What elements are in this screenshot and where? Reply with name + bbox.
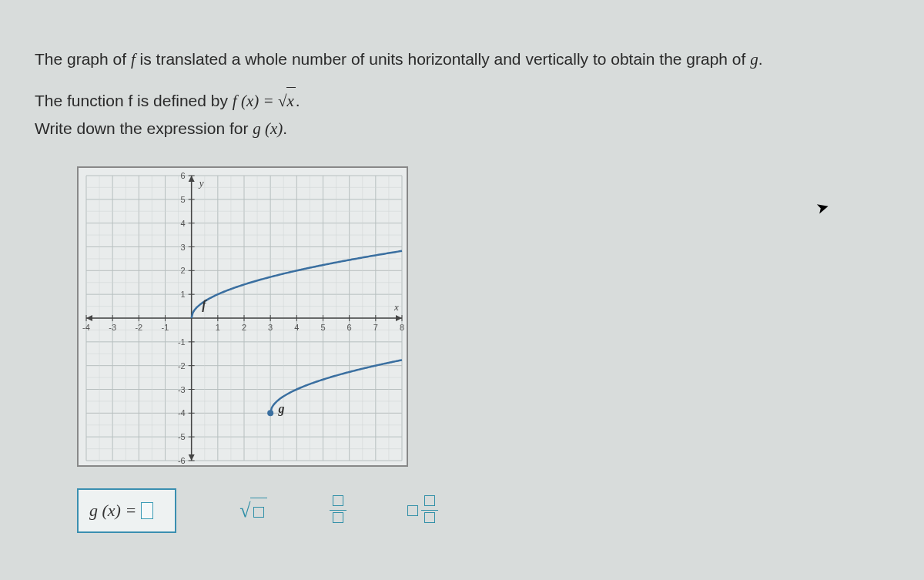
graph-plot: -4-3-2-112345678-6-5-4-3-2-1123456xyfg bbox=[77, 166, 408, 467]
problem-line-2: The function f is defined by f (x) = √x. bbox=[35, 87, 889, 116]
svg-text:6: 6 bbox=[347, 323, 352, 332]
svg-text:-2: -2 bbox=[135, 323, 142, 332]
svg-point-106 bbox=[267, 410, 273, 416]
svg-text:3: 3 bbox=[181, 242, 186, 251]
svg-text:1: 1 bbox=[216, 323, 220, 332]
svg-marker-55 bbox=[189, 454, 195, 461]
text: The graph of bbox=[35, 50, 131, 68]
svg-text:2: 2 bbox=[242, 323, 246, 332]
svg-text:4: 4 bbox=[294, 323, 299, 332]
answer-placeholder[interactable] bbox=[141, 502, 153, 519]
text: . bbox=[758, 50, 763, 68]
answer-row: g (x) = √ bbox=[35, 488, 889, 533]
graph-svg: -4-3-2-112345678-6-5-4-3-2-1123456xyfg bbox=[79, 168, 408, 467]
svg-text:-3: -3 bbox=[178, 384, 186, 394]
svg-text:8: 8 bbox=[400, 323, 404, 332]
svg-text:5: 5 bbox=[320, 323, 325, 332]
sqrt-arg: x bbox=[286, 87, 295, 116]
svg-text:7: 7 bbox=[373, 323, 378, 332]
svg-text:3: 3 bbox=[268, 323, 273, 332]
svg-marker-53 bbox=[86, 315, 92, 321]
var-g: g bbox=[750, 50, 758, 69]
text: . bbox=[283, 119, 287, 137]
fn-def: f (x) = bbox=[233, 92, 278, 110]
svg-text:g: g bbox=[277, 402, 284, 416]
mouse-cursor-icon: ➤ bbox=[814, 196, 832, 218]
text: . bbox=[296, 92, 300, 109]
svg-text:x: x bbox=[393, 301, 399, 313]
svg-text:1: 1 bbox=[181, 290, 186, 299]
text: is translated a whole number of units ho… bbox=[136, 50, 750, 68]
svg-text:-5: -5 bbox=[178, 432, 186, 441]
text: is defined by bbox=[132, 92, 233, 109]
svg-text:-4: -4 bbox=[178, 408, 186, 417]
paren-x: (x) bbox=[261, 119, 283, 138]
palette-sqrt-button[interactable]: √ bbox=[230, 492, 276, 529]
problem-line-3: Write down the expression for g (x). bbox=[35, 115, 889, 143]
text: Write down the expression for bbox=[35, 119, 253, 137]
svg-text:5: 5 bbox=[181, 195, 186, 204]
svg-text:-2: -2 bbox=[178, 361, 186, 370]
answer-lhs: g (x) = bbox=[89, 501, 136, 521]
palette-mixed-number-button[interactable] bbox=[400, 492, 446, 529]
svg-text:-3: -3 bbox=[109, 323, 116, 332]
svg-text:-1: -1 bbox=[178, 337, 186, 347]
sqrt-expr: √x bbox=[278, 87, 296, 116]
svg-text:y: y bbox=[198, 177, 204, 189]
answer-input-box[interactable]: g (x) = bbox=[77, 488, 176, 533]
svg-text:6: 6 bbox=[181, 171, 186, 180]
svg-marker-54 bbox=[189, 176, 195, 182]
problem-line-1: The graph of f is translated a whole num… bbox=[35, 46, 889, 73]
svg-marker-52 bbox=[396, 315, 402, 321]
svg-text:-4: -4 bbox=[82, 323, 90, 332]
svg-text:-1: -1 bbox=[162, 323, 169, 332]
math-palette: √ bbox=[230, 492, 446, 529]
svg-text:-6: -6 bbox=[178, 456, 186, 465]
var-g: g bbox=[253, 119, 261, 138]
svg-text:2: 2 bbox=[181, 266, 186, 275]
palette-fraction-button[interactable] bbox=[315, 492, 361, 529]
text: The function bbox=[35, 92, 128, 109]
svg-text:4: 4 bbox=[181, 219, 186, 228]
